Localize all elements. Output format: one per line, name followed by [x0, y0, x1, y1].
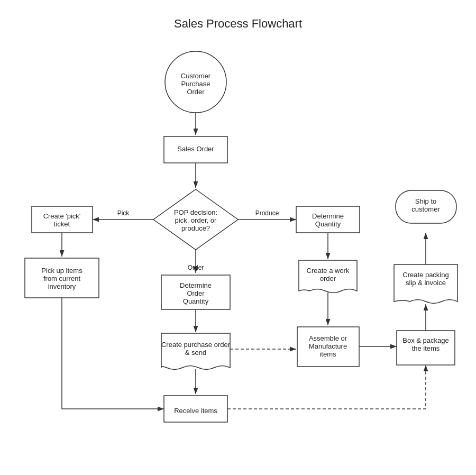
create-po-label2: & send [185, 349, 206, 357]
pickup-items-label2: from current [43, 275, 80, 282]
det-qty-label1: Determine [312, 212, 344, 220]
receive-items-label: Receive items [174, 407, 217, 415]
box-package-label2: the items [412, 344, 440, 352]
packing-slip-label1: Create packing [402, 271, 448, 279]
create-po-label1: Create purchase order [161, 341, 231, 349]
assemble-label3: items [319, 350, 336, 358]
pop-decision-label1: POP decision: [174, 208, 217, 216]
chart-title: Sales Process Flowchart [174, 17, 302, 30]
arrow-pickup-receive [62, 298, 164, 409]
pick-label: Pick [117, 209, 130, 217]
create-work-order-label1: Create a work [307, 267, 350, 275]
create-work-order-label2: order [320, 275, 336, 282]
ship-label1: Ship to [415, 197, 436, 205]
assemble-label1: Assemble or [309, 334, 347, 342]
flowchart-container: Sales Process Flowchart Customer Purchas… [0, 0, 476, 475]
det-order-qty-label3: Quantity [183, 297, 209, 305]
packing-slip-label2: slip & invoice [406, 279, 446, 287]
customer-po-label3: Order [187, 88, 205, 96]
pickup-items-label3: inventory [48, 282, 76, 290]
ship-label2: customer [411, 205, 440, 213]
pop-decision-label3: produce? [181, 224, 210, 232]
det-order-qty-label1: Determine [180, 281, 212, 289]
pop-decision-label2: pick, order, or [175, 216, 217, 224]
det-order-qty-label2: Order [187, 289, 205, 297]
create-pick-ticket-label1: Create 'pick' [43, 212, 81, 220]
pickup-items-label1: Pick up items [41, 267, 83, 275]
produce-label: Produce [255, 209, 279, 217]
order-label: Order [188, 264, 204, 271]
arrow-receive-box-dashed [227, 365, 426, 409]
customer-po-label: Customer [181, 72, 211, 80]
sales-order-label: Sales Order [177, 145, 214, 153]
box-package-label1: Box & package [402, 336, 448, 344]
customer-po-label2: Purchase [181, 80, 210, 88]
create-pick-ticket-label2: ticket [54, 220, 70, 228]
det-qty-label2: Quantity [315, 220, 341, 228]
assemble-label2: Manufacture [309, 342, 347, 350]
